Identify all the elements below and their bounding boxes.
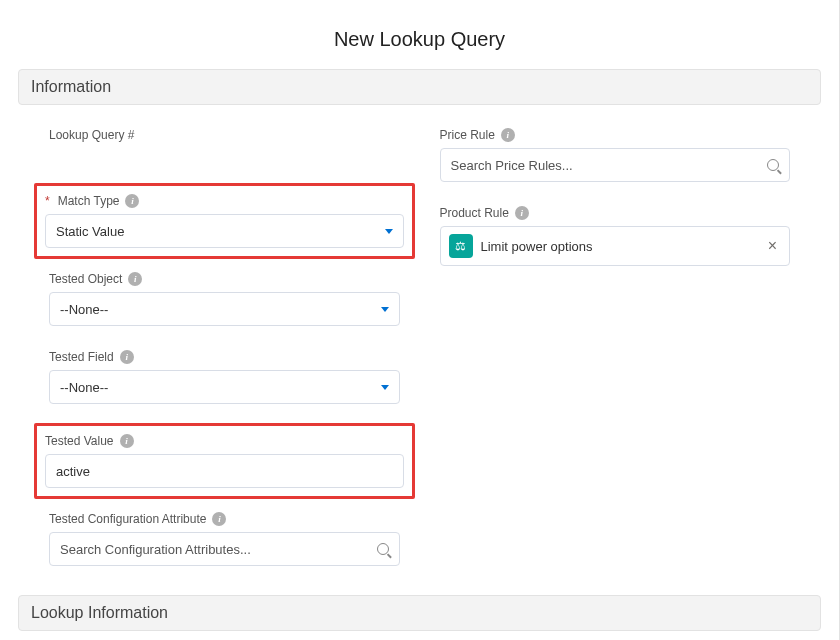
information-form: Lookup Query # * Match Type i Static Val…	[0, 105, 839, 595]
product-rule-pill[interactable]: ⚖ Limit power options ×	[440, 226, 791, 266]
tested-object-label: Tested Object	[49, 272, 122, 286]
tested-config-attr-field: Tested Configuration Attribute i Search …	[44, 507, 405, 571]
tested-object-select[interactable]: --None--	[49, 292, 400, 326]
price-rule-placeholder: Search Price Rules...	[451, 158, 573, 173]
price-rule-lookup[interactable]: Search Price Rules...	[440, 148, 791, 182]
page-title: New Lookup Query	[0, 0, 839, 69]
info-icon[interactable]: i	[125, 194, 139, 208]
price-rule-label: Price Rule	[440, 128, 495, 142]
match-type-select[interactable]: Static Value	[45, 214, 404, 248]
tested-config-attr-lookup[interactable]: Search Configuration Attributes...	[49, 532, 400, 566]
close-icon[interactable]: ×	[764, 237, 781, 255]
section-information-header: Information	[18, 69, 821, 105]
info-icon[interactable]: i	[120, 350, 134, 364]
match-type-field: * Match Type i Static Value	[34, 183, 415, 259]
lookup-query-number-label: Lookup Query #	[49, 128, 134, 142]
chevron-down-icon	[385, 229, 393, 234]
chevron-down-icon	[381, 385, 389, 390]
product-rule-pill-label: Limit power options	[481, 239, 756, 254]
search-icon	[767, 159, 779, 171]
info-icon[interactable]: i	[501, 128, 515, 142]
lookup-info-form: * Operator i equals * Lookup Field i SBQ…	[0, 631, 839, 640]
chevron-down-icon	[381, 307, 389, 312]
tested-object-value: --None--	[60, 302, 108, 317]
left-column: Lookup Query # * Match Type i Static Val…	[44, 123, 405, 585]
tested-value-field: Tested Value i	[34, 423, 415, 499]
match-type-label: Match Type	[58, 194, 120, 208]
tested-value-input[interactable]	[45, 454, 404, 488]
required-star: *	[45, 194, 50, 208]
tested-value-label: Tested Value	[45, 434, 114, 448]
tested-config-attr-placeholder: Search Configuration Attributes...	[60, 542, 251, 557]
info-icon[interactable]: i	[120, 434, 134, 448]
product-rule-field: Product Rule i ⚖ Limit power options ×	[435, 201, 796, 271]
rule-icon: ⚖	[449, 234, 473, 258]
tested-field-field: Tested Field i --None--	[44, 345, 405, 409]
search-icon	[377, 543, 389, 555]
price-rule-field: Price Rule i Search Price Rules...	[435, 123, 796, 187]
tested-config-attr-label: Tested Configuration Attribute	[49, 512, 206, 526]
section-lookup-info-header: Lookup Information	[18, 595, 821, 631]
right-column: Price Rule i Search Price Rules... Produ…	[435, 123, 796, 585]
match-type-value: Static Value	[56, 224, 124, 239]
tested-field-select[interactable]: --None--	[49, 370, 400, 404]
product-rule-label: Product Rule	[440, 206, 509, 220]
tested-field-value: --None--	[60, 380, 108, 395]
tested-field-label: Tested Field	[49, 350, 114, 364]
tested-object-field: Tested Object i --None--	[44, 267, 405, 331]
info-icon[interactable]: i	[212, 512, 226, 526]
lookup-query-number-field: Lookup Query #	[44, 123, 405, 153]
info-icon[interactable]: i	[515, 206, 529, 220]
info-icon[interactable]: i	[128, 272, 142, 286]
